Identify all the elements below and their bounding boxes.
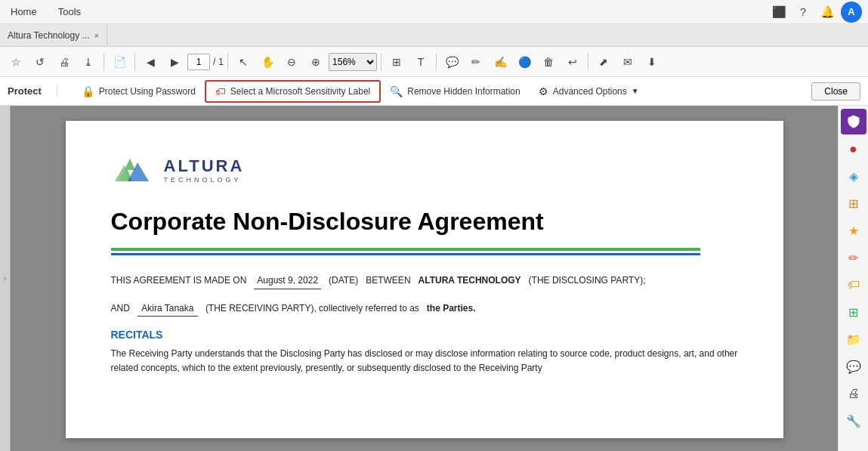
stamp-button[interactable]: 🔵	[513, 51, 536, 73]
separator-1	[103, 53, 104, 71]
reduce-button[interactable]: ⤓	[77, 51, 100, 73]
remove-hidden-icon: 🔍	[390, 85, 403, 97]
party1-role: (THE DISCLOSING PARTY);	[529, 275, 646, 286]
color-lines	[111, 248, 738, 255]
next-page-button[interactable]: ▶	[163, 51, 186, 73]
agreement-intro: THIS AGREEMENT IS MADE ON	[111, 275, 247, 286]
between-text: BETWEEN	[366, 275, 410, 286]
zoom-in-button[interactable]: ⊕	[304, 51, 327, 73]
advanced-options-button[interactable]: ⚙ Advanced Options ▼	[530, 80, 648, 103]
remove-hidden-button[interactable]: 🔍 Remove Hidden Information	[381, 80, 529, 103]
party2-field[interactable]: Akira Tanaka	[137, 301, 198, 317]
document-title: Corporate Non-Disclosure Agreement	[111, 207, 738, 236]
separator-6	[588, 53, 588, 71]
blue-line	[111, 253, 700, 255]
close-protect-button[interactable]: Close	[811, 82, 860, 100]
sidebar-star-icon[interactable]: ★	[841, 218, 866, 243]
tab-close-icon[interactable]: ×	[94, 31, 99, 40]
green-line	[111, 248, 700, 251]
and-text: AND	[111, 303, 130, 314]
sidebar-grid-icon[interactable]: ⊞	[841, 190, 866, 216]
bookmark-button[interactable]: ☆	[5, 51, 27, 73]
date-label: (DATE)	[329, 275, 358, 286]
tab-bar: Altura Technology ... ×	[0, 24, 868, 47]
undo-button[interactable]: ↩	[561, 51, 584, 73]
delete-button[interactable]: 🗑	[537, 51, 560, 73]
marquee-button[interactable]: ⊞	[385, 51, 408, 73]
print-button[interactable]: 🖨	[53, 51, 76, 73]
recitals-text: The Receiving Party understands that the…	[111, 347, 738, 375]
pdf-area: ALTURA TECHNOLOGY Corporate Non-Disclosu…	[11, 106, 838, 451]
protect-bar: Protect 🔒 Protect Using Password 🏷 Selec…	[0, 77, 868, 106]
select-sensitivity-button[interactable]: 🏷 Select a Microsoft Sensitivity Label	[205, 80, 381, 103]
party2-role: (THE RECEIVING PARTY), collectively refe…	[205, 303, 419, 314]
company-sub: TECHNOLOGY	[164, 176, 245, 184]
zoom-out-button[interactable]: ⊖	[280, 51, 303, 73]
separator-2	[134, 53, 135, 71]
mail-button[interactable]: ✉	[616, 51, 639, 73]
prev-page-button[interactable]: ◀	[139, 51, 162, 73]
touchup-button[interactable]: T	[409, 51, 432, 73]
parties-label: the Parties.	[427, 303, 476, 314]
advanced-options-label: Advanced Options	[553, 86, 627, 97]
sidebar-print-icon[interactable]: 🖨	[841, 381, 866, 406]
logo-area: ALTURA TECHNOLOGY	[111, 151, 738, 189]
separator-4	[381, 53, 381, 71]
menu-home[interactable]: Home	[6, 5, 42, 19]
remove-hidden-label: Remove Hidden Information	[407, 86, 520, 97]
cast-icon[interactable]: ⬛	[768, 2, 789, 23]
avatar[interactable]: A	[841, 2, 862, 23]
select-button[interactable]: ↖	[232, 51, 255, 73]
left-panel-toggle[interactable]: ›	[0, 106, 11, 451]
sidebar-stamp-icon[interactable]: ●	[841, 136, 866, 162]
separator-5	[436, 53, 437, 71]
company-logo	[111, 151, 156, 189]
separator-3	[227, 53, 228, 71]
sidebar-protect-icon[interactable]	[841, 109, 866, 134]
create-pdf-button[interactable]: 📄	[108, 51, 131, 73]
lock-icon: 🔒	[82, 85, 94, 97]
page-number-input[interactable]	[187, 54, 210, 70]
comment-button[interactable]: 💬	[440, 51, 463, 73]
menu-tools[interactable]: Tools	[54, 5, 85, 19]
protect-label: Protect	[8, 85, 57, 97]
protect-password-label: Protect Using Password	[99, 86, 196, 97]
sidebar-folder-icon[interactable]: 📁	[841, 326, 866, 352]
toolbar: ☆ ↺ 🖨 ⤓ 📄 ◀ ▶ / 1 ↖ ✋ ⊖ ⊕ 156% ⊞ T 💬 ✏ ✍…	[0, 47, 868, 77]
top-right-icons: ⬛ ? 🔔 A	[768, 2, 862, 23]
sensitivity-icon: 🏷	[215, 85, 226, 97]
sidebar-comment-icon[interactable]: 💬	[841, 354, 866, 379]
pan-button[interactable]: ✋	[256, 51, 279, 73]
agreement-line1: THIS AGREEMENT IS MADE ON August 9, 2022…	[111, 273, 738, 289]
bell-icon[interactable]: 🔔	[817, 2, 838, 23]
share-button[interactable]: ⬈	[592, 51, 615, 73]
sidebar-tag-icon[interactable]: 🏷	[841, 272, 866, 298]
sidebar-table-icon[interactable]: ⊞	[841, 299, 866, 325]
pdf-page: ALTURA TECHNOLOGY Corporate Non-Disclosu…	[66, 121, 783, 438]
sidebar-tools-icon[interactable]: 🔧	[841, 408, 866, 434]
sidebar-pencil-icon[interactable]: ✏	[841, 245, 866, 270]
date-field[interactable]: August 9, 2022	[254, 273, 321, 289]
main-layout: › ALTURA TECHNOLOGY Corpo	[0, 106, 868, 451]
logo-text: ALTURA TECHNOLOGY	[164, 156, 245, 184]
page-nav: / 1	[187, 54, 224, 70]
tab-document[interactable]: Altura Technology ... ×	[0, 24, 107, 46]
select-sensitivity-label: Select a Microsoft Sensitivity Label	[230, 86, 370, 97]
draw-button[interactable]: ✏	[465, 51, 487, 73]
agreement-line2: AND Akira Tanaka (THE RECEIVING PARTY), …	[111, 301, 738, 317]
advanced-icon: ⚙	[539, 85, 548, 97]
recitals-title: RECITALS	[111, 329, 738, 341]
sign-button[interactable]: ✍	[489, 51, 511, 73]
zoom-select[interactable]: 156%	[329, 53, 377, 71]
help-icon[interactable]: ?	[792, 2, 814, 23]
protect-password-button[interactable]: 🔒 Protect Using Password	[73, 80, 205, 103]
export-button[interactable]: ⬇	[641, 51, 663, 73]
page-separator: /	[213, 57, 215, 67]
back-button[interactable]: ↺	[29, 51, 51, 73]
right-sidebar: ● ◈ ⊞ ★ ✏ 🏷 ⊞ 📁 💬 🖨 🔧	[838, 106, 868, 451]
company-name: ALTURA	[164, 156, 245, 176]
sidebar-layers-icon[interactable]: ◈	[841, 163, 866, 189]
party1-name: ALTURA TECHNOLOGY	[419, 275, 521, 286]
chevron-down-icon: ▼	[632, 87, 639, 95]
page-total: 1	[218, 57, 224, 67]
